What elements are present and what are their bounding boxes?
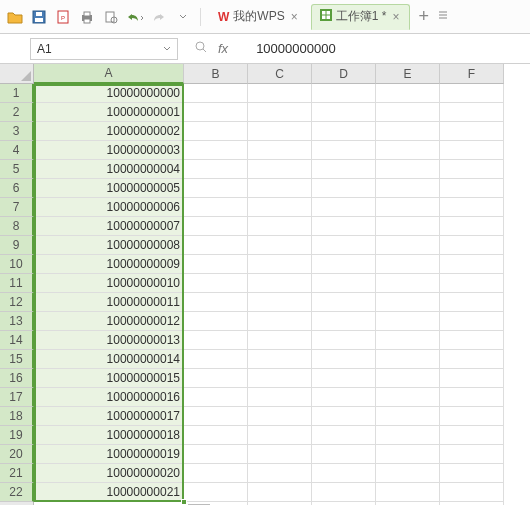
cell[interactable] — [312, 141, 376, 160]
cell[interactable] — [248, 426, 312, 445]
row-header[interactable]: 9 — [0, 236, 34, 255]
cell[interactable] — [440, 198, 504, 217]
cell[interactable] — [248, 483, 312, 502]
cell[interactable] — [248, 217, 312, 236]
select-all-corner[interactable] — [0, 64, 34, 84]
cell[interactable]: 10000000005 — [34, 179, 184, 198]
cell[interactable]: 10000000017 — [34, 407, 184, 426]
open-icon[interactable] — [6, 8, 24, 26]
cell[interactable] — [184, 426, 248, 445]
cell[interactable] — [312, 198, 376, 217]
cell[interactable] — [376, 388, 440, 407]
cell[interactable] — [184, 407, 248, 426]
row-header[interactable]: 17 — [0, 388, 34, 407]
cell[interactable] — [248, 141, 312, 160]
cell[interactable] — [312, 312, 376, 331]
cell[interactable] — [248, 388, 312, 407]
print-icon[interactable] — [78, 8, 96, 26]
cell[interactable]: 10000000021 — [34, 483, 184, 502]
cell[interactable] — [376, 141, 440, 160]
cell[interactable] — [248, 84, 312, 103]
row-header[interactable]: 10 — [0, 255, 34, 274]
cell[interactable] — [440, 407, 504, 426]
cell[interactable] — [248, 103, 312, 122]
row-header[interactable]: 2 — [0, 103, 34, 122]
cell[interactable] — [184, 179, 248, 198]
row-header[interactable]: 21 — [0, 464, 34, 483]
row-header[interactable]: 16 — [0, 369, 34, 388]
cell[interactable] — [376, 350, 440, 369]
cell[interactable] — [184, 350, 248, 369]
row-header[interactable]: 12 — [0, 293, 34, 312]
cell[interactable] — [440, 160, 504, 179]
row-header[interactable]: 5 — [0, 160, 34, 179]
cell[interactable] — [184, 103, 248, 122]
cell[interactable]: 10000000008 — [34, 236, 184, 255]
chevron-down-icon[interactable] — [163, 45, 171, 53]
cell[interactable] — [376, 407, 440, 426]
cell[interactable] — [312, 236, 376, 255]
row-header[interactable]: 22 — [0, 483, 34, 502]
cell[interactable] — [376, 445, 440, 464]
cell[interactable]: 10000000020 — [34, 464, 184, 483]
row-header[interactable]: 4 — [0, 141, 34, 160]
cell[interactable] — [440, 103, 504, 122]
cell[interactable] — [376, 84, 440, 103]
cell[interactable] — [312, 84, 376, 103]
cell[interactable] — [376, 274, 440, 293]
cell[interactable] — [248, 179, 312, 198]
column-header-D[interactable]: D — [312, 64, 376, 84]
cell[interactable] — [376, 179, 440, 198]
cell[interactable]: 10000000000 — [34, 84, 184, 103]
cell[interactable] — [312, 407, 376, 426]
column-header-C[interactable]: C — [248, 64, 312, 84]
row-header[interactable]: 7 — [0, 198, 34, 217]
tab-workbook1[interactable]: 工作簿1 * × — [311, 4, 411, 30]
cell[interactable] — [440, 236, 504, 255]
cell[interactable] — [440, 388, 504, 407]
cell[interactable]: 10000000011 — [34, 293, 184, 312]
row-header[interactable]: 13 — [0, 312, 34, 331]
name-box[interactable]: A1 — [30, 38, 178, 60]
cell[interactable] — [312, 179, 376, 198]
cell[interactable] — [248, 464, 312, 483]
cell[interactable] — [312, 388, 376, 407]
save-icon[interactable] — [30, 8, 48, 26]
cell[interactable]: 10000000002 — [34, 122, 184, 141]
cell[interactable] — [184, 122, 248, 141]
cell[interactable] — [184, 388, 248, 407]
cell[interactable]: 10000000014 — [34, 350, 184, 369]
cell[interactable] — [440, 483, 504, 502]
cell[interactable] — [184, 483, 248, 502]
cell[interactable] — [184, 255, 248, 274]
column-header-B[interactable]: B — [184, 64, 248, 84]
cell[interactable] — [376, 331, 440, 350]
cell[interactable] — [440, 255, 504, 274]
cell[interactable] — [184, 312, 248, 331]
cell[interactable] — [312, 274, 376, 293]
cell[interactable] — [248, 445, 312, 464]
cell[interactable]: 10000000001 — [34, 103, 184, 122]
cell[interactable] — [184, 331, 248, 350]
cell[interactable] — [376, 369, 440, 388]
formula-input[interactable]: 10000000000 — [236, 41, 530, 56]
cell[interactable]: 10000000012 — [34, 312, 184, 331]
cell[interactable]: 10000000010 — [34, 274, 184, 293]
cell[interactable] — [376, 312, 440, 331]
cell[interactable] — [312, 103, 376, 122]
cell[interactable]: 10000000007 — [34, 217, 184, 236]
cell[interactable] — [376, 293, 440, 312]
print-preview-icon[interactable] — [102, 8, 120, 26]
cell[interactable] — [248, 331, 312, 350]
cell[interactable] — [184, 160, 248, 179]
row-header[interactable]: 14 — [0, 331, 34, 350]
pdf-export-icon[interactable]: P — [54, 8, 72, 26]
cell[interactable] — [248, 160, 312, 179]
fx-icon[interactable]: fx — [218, 41, 228, 56]
cell[interactable]: 10000000015 — [34, 369, 184, 388]
cell[interactable] — [248, 122, 312, 141]
cell[interactable] — [248, 312, 312, 331]
cell[interactable] — [376, 160, 440, 179]
cell[interactable] — [248, 407, 312, 426]
close-icon[interactable]: × — [390, 10, 401, 24]
